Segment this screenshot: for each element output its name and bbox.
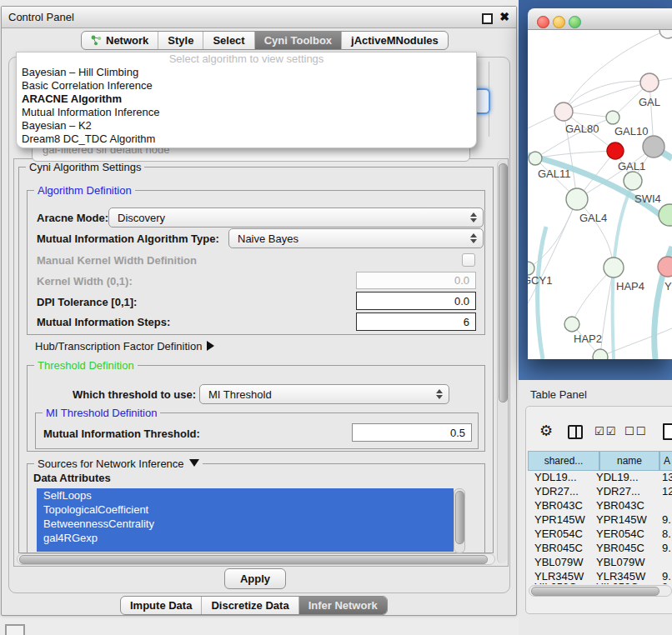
node-hap4[interactable] (604, 258, 624, 278)
node-gray[interactable] (643, 136, 664, 158)
zoom-traffic-icon[interactable] (569, 16, 581, 28)
settings-hscrollbar-thumb[interactable] (19, 555, 488, 564)
minimize-traffic-icon[interactable] (553, 16, 565, 28)
attributes-vscrollbar[interactable] (454, 488, 465, 553)
node-partial-top[interactable] (659, 30, 672, 38)
attribute-item[interactable]: gal4RGexp (37, 531, 454, 545)
attribute-item[interactable]: BetweennessCentrality (37, 517, 454, 531)
attributes-vscrollbar-thumb[interactable] (455, 491, 464, 544)
cell[interactable]: YPR145W (596, 513, 647, 526)
node-gal80[interactable] (554, 102, 573, 121)
apply-button[interactable]: Apply (224, 568, 286, 589)
unchecked-boxes-icon[interactable]: ☐☐ (624, 425, 647, 438)
node-y[interactable] (658, 257, 672, 277)
cell[interactable]: YBR043C (596, 499, 644, 512)
node-gal4[interactable] (566, 188, 588, 210)
tab-infer-network[interactable]: Infer Network (299, 597, 387, 614)
cell[interactable]: 8. (662, 528, 671, 540)
node-swi4[interactable] (659, 204, 672, 226)
tab-style[interactable]: Style (158, 32, 203, 49)
threshold-definition-title: Threshold Definition (34, 359, 138, 372)
table-hscrollbar-thumb[interactable] (531, 587, 659, 596)
column-header-shared[interactable]: shared... (528, 451, 599, 471)
close-icon[interactable]: ✖ (499, 10, 509, 23)
control-panel-titlebar[interactable]: Control Panel ✖ (2, 7, 516, 28)
node-gal10[interactable] (606, 111, 619, 124)
node-label: HAP2 (574, 332, 602, 345)
cell[interactable]: 9. (662, 513, 671, 526)
node-gcy1[interactable] (528, 262, 534, 275)
tab-select[interactable]: Select (203, 32, 254, 49)
network-window-titlebar[interactable] (528, 8, 672, 30)
attribute-item[interactable]: TopologicalCoefficient (37, 502, 454, 517)
settings-vscrollbar[interactable] (497, 160, 507, 563)
algorithm-option[interactable]: Mutual Information Inference (17, 106, 476, 119)
which-threshold-combobox[interactable]: MI Threshold (199, 384, 449, 404)
settings-hscrollbar[interactable] (17, 553, 495, 565)
cell[interactable]: YDR27... (596, 485, 640, 498)
tab-impute-data[interactable]: Impute Data (121, 597, 202, 614)
algorithm-option[interactable]: Dream8 DC_TDC Algorithm (17, 132, 476, 146)
mi-steps-field[interactable]: 6 (356, 312, 476, 331)
column-header-name[interactable]: name (599, 451, 659, 471)
gear-icon[interactable]: ⚙ (539, 422, 553, 440)
algorithm-option-selected[interactable]: ARACNE Algorithm (17, 92, 476, 106)
file-icon[interactable] (663, 423, 672, 440)
columns-icon[interactable] (568, 425, 583, 439)
cell[interactable]: YER054C (534, 528, 583, 540)
cell[interactable]: 9 (662, 581, 668, 584)
tab-cyni-toolbox[interactable]: Cyni Toolbox (255, 32, 342, 49)
checked-boxes-icon[interactable]: ☑☑ (594, 425, 617, 438)
float-window-icon[interactable] (482, 13, 493, 24)
tab-jactivemnodules[interactable]: jActiveMNodules (342, 32, 448, 49)
node-partial-bottom[interactable] (593, 349, 608, 359)
algorithm-option[interactable]: Bayesian – K2 (17, 119, 476, 132)
close-traffic-icon[interactable] (537, 16, 549, 28)
network-window: GAL GAL80 GAL10 GAL1 GAL11 SWI4 GAL4 GCY… (528, 8, 672, 359)
data-attributes-list[interactable]: SelfLoops TopologicalCoefficient Between… (37, 488, 454, 552)
bottom-left-button-fragment[interactable] (5, 624, 25, 635)
sources-group-label: Sources for Network Inference (38, 458, 184, 470)
kernel-width-field[interactable]: 0.0 (356, 272, 476, 289)
table-hscrollbar[interactable] (529, 585, 672, 597)
attribute-item[interactable]: SelfLoops (37, 488, 454, 502)
cell[interactable]: YBR045C (534, 542, 583, 554)
cell[interactable]: YBR045C (596, 542, 644, 554)
tab-network-label: Network (106, 34, 148, 47)
dpi-tolerance-field[interactable]: 0.0 (356, 292, 476, 310)
cell[interactable]: YBR043C (534, 499, 583, 512)
cell[interactable]: YBL079W (534, 556, 584, 568)
node-hap2[interactable] (564, 317, 579, 332)
cell[interactable]: YIL053C (534, 581, 577, 584)
cell[interactable]: YER054C (596, 528, 644, 540)
which-threshold-value: MI Threshold (208, 388, 272, 401)
node-red-selected[interactable] (607, 142, 624, 159)
mi-type-combobox[interactable]: Naive Bayes (228, 228, 484, 248)
aracne-mode-combobox[interactable]: Discovery (108, 208, 484, 228)
mi-threshold-field[interactable]: 0.5 (352, 423, 472, 442)
node-gal1[interactable] (624, 172, 642, 190)
algorithm-option[interactable]: Basic Correlation Inference (17, 79, 476, 92)
node-gal7[interactable] (640, 73, 659, 92)
settings-vscrollbar-thumb[interactable] (499, 163, 508, 402)
column-header-a[interactable]: A (659, 451, 672, 471)
cell[interactable]: YDL19... (534, 471, 577, 483)
cell[interactable]: YBL079W (596, 556, 645, 568)
algorithm-option[interactable]: Bayesian – Hill Climbing (17, 66, 476, 79)
cell[interactable]: YPR145W (534, 513, 585, 526)
cell[interactable]: YDL19... (596, 471, 639, 483)
table-body[interactable]: YDL19... YDL19... 13 YDR27... YDR27... 1… (528, 470, 672, 584)
cell[interactable]: 12 (662, 485, 672, 498)
cell[interactable]: YIL053C (596, 581, 639, 584)
manual-kernel-checkbox[interactable] (462, 253, 475, 267)
network-labels: GAL GAL80 GAL10 GAL1 GAL11 SWI4 GAL4 GCY… (528, 96, 672, 345)
node-gal11[interactable] (529, 152, 542, 165)
cell[interactable]: 9. (662, 542, 671, 554)
sources-group-title[interactable]: Sources for Network Inference (34, 458, 203, 470)
tab-discretize-data[interactable]: Discretize Data (202, 597, 298, 614)
cell[interactable]: 13 (662, 471, 672, 483)
hub-definition-toggle[interactable]: Hub/Transcription Factor Definition (35, 340, 214, 352)
network-canvas[interactable]: GAL GAL80 GAL10 GAL1 GAL11 SWI4 GAL4 GCY… (528, 30, 672, 359)
tab-network[interactable]: Network (82, 32, 158, 49)
cell[interactable]: YDR27... (534, 485, 579, 498)
